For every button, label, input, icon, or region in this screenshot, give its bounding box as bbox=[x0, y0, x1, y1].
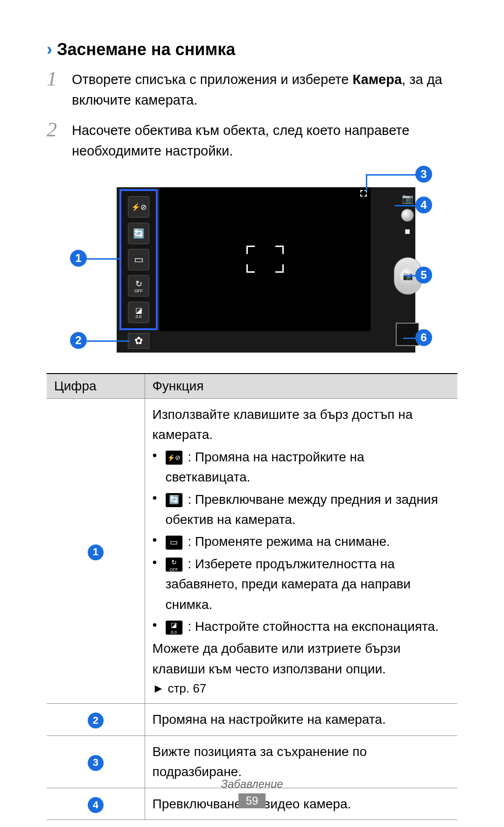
flash-button[interactable]: ⚡⊘ bbox=[128, 196, 149, 218]
table-header-number: Цифра bbox=[47, 374, 145, 399]
storage-indicator-icon bbox=[360, 190, 367, 197]
switch-camera-button[interactable]: 🔄 bbox=[128, 223, 149, 244]
row1-outro: Можете да добавите или изтриете бързи кл… bbox=[153, 638, 450, 679]
row1-ref: ► стр. 67 bbox=[153, 679, 450, 698]
function-table: Цифра Функция 1 Използвайте клавишите за… bbox=[47, 373, 457, 820]
switch-camera-icon: 🔄 bbox=[133, 228, 145, 239]
row1-b3: : Променяте режима на снимане. bbox=[188, 534, 390, 549]
exposure-icon: ◪0.0 bbox=[166, 621, 182, 635]
shooting-mode-button[interactable]: ▭ bbox=[128, 249, 149, 270]
footer-section-name: Забавление bbox=[0, 778, 504, 791]
row1-b5: : Настройте стойността на експонацията. bbox=[188, 619, 439, 634]
exposure-button[interactable]: ◪0.0 bbox=[128, 302, 149, 323]
exposure-icon: ◪ bbox=[135, 306, 142, 315]
mode-switch[interactable]: 📷 ■ bbox=[397, 193, 418, 237]
mode-slider-handle[interactable] bbox=[401, 209, 414, 222]
step-1-bold: Камера bbox=[352, 72, 402, 87]
timer-sub: OFF bbox=[134, 289, 143, 293]
row1-b2: : Превключване между предния и задния об… bbox=[166, 492, 438, 527]
video-mode-icon: ■ bbox=[405, 226, 410, 237]
page-number: 59 bbox=[238, 793, 266, 808]
shortcut-bar[interactable]: ⚡⊘ 🔄 ▭ ↻OFF ◪0.0 bbox=[119, 189, 158, 330]
photo-mode-icon: 📷 bbox=[402, 193, 413, 204]
section-heading: › Заснемане на снимка bbox=[47, 40, 457, 59]
bullet-icon: • bbox=[153, 447, 166, 488]
exposure-sub: 0.0 bbox=[136, 315, 142, 319]
timer-icon: ↻OFF bbox=[166, 558, 182, 572]
step-2: 2 Насочете обектива към обекта, след кое… bbox=[47, 119, 457, 161]
step-number: 1 bbox=[47, 68, 72, 110]
heading-arrow-icon: › bbox=[47, 40, 52, 59]
callout-badge-3: 3 bbox=[415, 166, 432, 183]
callout-badge-6: 6 bbox=[415, 329, 432, 346]
row-badge-3: 3 bbox=[88, 755, 104, 771]
row2-text: Промяна на настройките на камерата. bbox=[145, 704, 457, 735]
settings-button[interactable]: ✿ bbox=[128, 333, 149, 349]
camera-viewport bbox=[160, 187, 371, 331]
step-number: 2 bbox=[47, 119, 72, 161]
heading-text: Заснемане на снимка bbox=[57, 40, 235, 59]
gear-icon: ✿ bbox=[134, 335, 143, 347]
flash-icon: ⚡⊘ bbox=[166, 451, 182, 465]
callout-line bbox=[395, 205, 417, 206]
callout-line bbox=[366, 174, 417, 176]
row1-b1: : Промяна на настройките на светкавицата… bbox=[166, 450, 364, 484]
step-2-text: Насочете обектива към обекта, след което… bbox=[72, 119, 457, 161]
callout-badge-4: 4 bbox=[415, 197, 432, 213]
timer-button[interactable]: ↻OFF bbox=[128, 275, 149, 297]
callout-line bbox=[366, 174, 367, 191]
timer-icon: ↻ bbox=[135, 279, 142, 289]
row-badge-1: 1 bbox=[88, 544, 104, 560]
flash-icon: ⚡⊘ bbox=[131, 203, 147, 212]
bullet-icon: • bbox=[153, 531, 166, 551]
bullet-icon: • bbox=[153, 489, 166, 530]
camera-figure: ⚡⊘ 🔄 ▭ ↻OFF ◪0.0 ✿ 📷 ■ 📷 bbox=[47, 174, 457, 357]
mode-icon: ▭ bbox=[134, 254, 144, 266]
callout-badge-2: 2 bbox=[70, 332, 87, 349]
table-row: 2 Промяна на настройките на камерата. bbox=[47, 704, 457, 735]
step-1-pre: Отворете списъка с приложения и изберете bbox=[72, 72, 352, 87]
table-header-function: Функция bbox=[145, 374, 457, 399]
callout-line bbox=[87, 258, 119, 260]
row1-b4: : Изберете продължителността на забавяне… bbox=[166, 557, 411, 612]
callout-line bbox=[87, 340, 130, 342]
mode-icon: ▭ bbox=[166, 536, 182, 550]
callout-badge-5: 5 bbox=[415, 267, 432, 283]
row1-intro: Използвайте клавишите за бърз достъп на … bbox=[153, 404, 450, 445]
bullet-icon: • bbox=[153, 554, 166, 615]
switch-camera-icon: 🔄 bbox=[166, 493, 182, 507]
bullet-icon: • bbox=[153, 616, 166, 636]
step-1: 1 Отворете списъка с приложения и избере… bbox=[47, 68, 457, 110]
table-row: 1 Използвайте клавишите за бърз достъп н… bbox=[47, 399, 457, 704]
row-badge-2: 2 bbox=[88, 713, 104, 728]
page-footer: Забавление 59 bbox=[0, 778, 504, 808]
focus-bracket-icon bbox=[246, 246, 284, 273]
callout-badge-1: 1 bbox=[70, 250, 87, 267]
